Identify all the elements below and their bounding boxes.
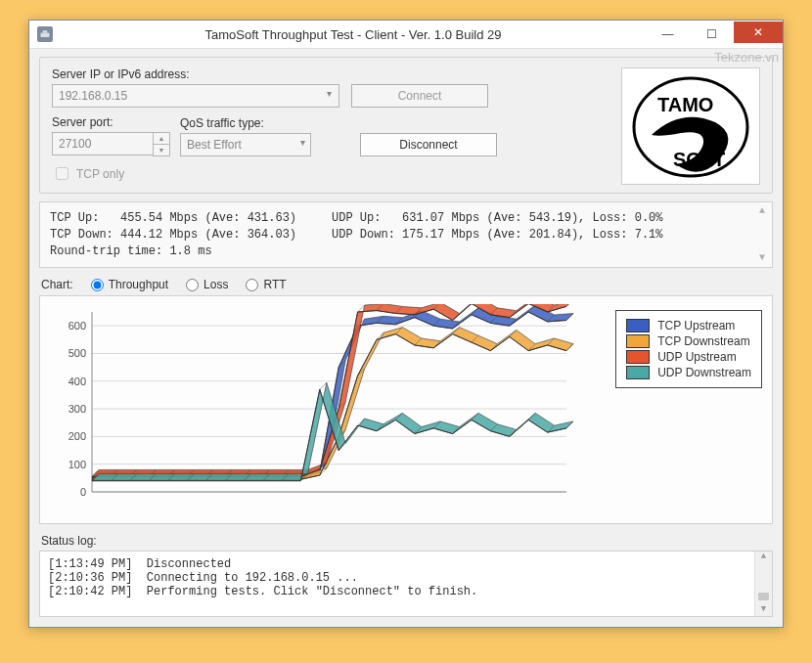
client-area: Server IP or IPv6 address: Connect [29,49,783,627]
swatch-udp-down [626,366,650,379]
radio-throughput[interactable]: Throughput [91,278,168,291]
swatch-tcp-down [626,334,650,348]
chart-label: Chart: [41,278,73,291]
stats-readout: TCP Up: 455.54 Mbps (Ave: 431.63) UDP Up… [39,201,773,268]
svg-text:TAMO: TAMO [657,94,713,115]
svg-text:500: 500 [68,348,86,360]
svg-text:200: 200 [68,431,86,443]
connect-button[interactable]: Connect [351,84,488,108]
app-icon [37,26,53,42]
svg-text:0: 0 [80,486,86,498]
svg-text:100: 100 [68,459,86,470]
disconnect-button[interactable]: Disconnect [360,133,497,156]
status-log: [1:13:49 PM] Disconnected [2:10:36 PM] C… [39,551,773,617]
status-scrollbar[interactable]: ▲▼ [754,552,772,616]
window-title: TamoSoft Throughput Test - Client - Ver.… [61,27,646,42]
server-port-label: Server port: [52,115,170,129]
chart-legend: TCP Upstream TCP Downstream UDP Upstream… [615,310,762,388]
swatch-udp-up [626,350,650,364]
svg-rect-0 [41,33,50,38]
minimize-button[interactable]: — [646,23,690,45]
throughput-chart: 0100200300400500600 [48,304,576,509]
chart-selector: Chart: Throughput Loss RTT [41,278,773,291]
svg-text:600: 600 [68,321,86,332]
port-stepper[interactable]: ▲▼ [153,132,170,156]
swatch-tcp-up [626,319,650,332]
tcp-only-input[interactable] [56,167,68,180]
svg-text:300: 300 [68,403,86,415]
brand-logo: TAMO SOFT [621,67,760,185]
radio-loss[interactable]: Loss [186,278,228,291]
connection-panel: Server IP or IPv6 address: Connect [39,57,773,194]
svg-text:400: 400 [68,376,86,387]
svg-text:SOFT: SOFT [673,149,725,170]
chart-panel: 0100200300400500600 TCP Upstream TCP Dow… [39,295,773,524]
radio-rtt[interactable]: RTT [246,278,286,291]
close-button[interactable]: ✕ [734,22,783,43]
titlebar[interactable]: TamoSoft Throughput Test - Client - Ver.… [29,21,783,49]
maximize-button[interactable]: ☐ [690,23,734,45]
server-port-input[interactable] [52,132,154,155]
svg-rect-1 [43,30,48,32]
stats-scrollbar[interactable]: ▲▼ [754,204,770,265]
qos-select[interactable] [180,133,311,156]
server-ip-label: Server IP or IPv6 address: [52,67,338,81]
qos-label: QoS traffic type: [180,116,311,130]
tcp-only-checkbox[interactable]: TCP only [52,164,609,183]
server-ip-input[interactable] [52,84,339,108]
status-log-label: Status log: [41,534,773,548]
app-window: TamoSoft Throughput Test - Client - Ver.… [28,20,784,628]
